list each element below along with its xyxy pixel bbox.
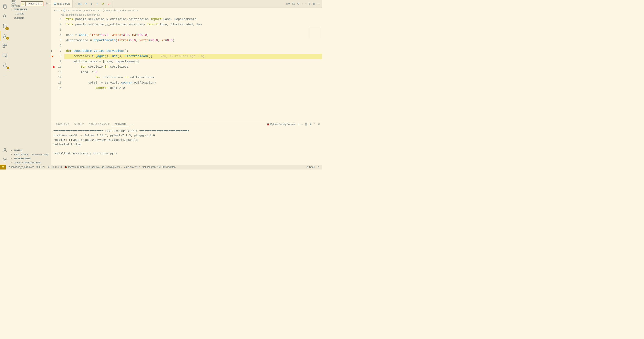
minimap[interactable]: [309, 27, 321, 39]
remote-indicator[interactable]: ⮂: [0, 165, 6, 169]
watch-section[interactable]: ›WATCH: [10, 148, 51, 152]
debug-config-indicator[interactable]: 🐞Python: Current File (panela): [63, 166, 101, 168]
maximize-panel-icon[interactable]: ⌃: [314, 123, 316, 126]
git-compare-icon[interactable]: [292, 2, 295, 5]
python-icon: ⬡: [54, 2, 56, 5]
chevron-down-icon[interactable]: ⌄: [40, 3, 43, 5]
running-tests-indicator[interactable]: ◐Running tests...: [101, 166, 123, 168]
branch-indicator[interactable]: ⎇servicios_y_edificios*: [6, 166, 35, 168]
stop-icon[interactable]: □: [106, 1, 111, 7]
call-stack-section[interactable]: ›CALL STACKPaused on step: [10, 152, 51, 156]
variables-section[interactable]: ⌄VARIABLES: [10, 7, 51, 11]
activity-bar: 12 1 ⋯: [0, 0, 10, 165]
current-line-icon: [52, 55, 54, 58]
search-icon[interactable]: [0, 11, 10, 21]
sync-icon: ⟳: [36, 166, 38, 168]
julia-env-indicator[interactable]: Julia env: v1.7: [123, 166, 141, 168]
svg-point-4: [3, 24, 4, 25]
problems-indicator[interactable]: ⓧ0 ⚠0: [51, 165, 63, 169]
start-debug-icon[interactable]: ▷: [21, 2, 26, 6]
split-terminal-icon[interactable]: ▥: [305, 123, 307, 126]
accounts-icon[interactable]: [0, 145, 10, 155]
close-panel-icon[interactable]: ✕: [318, 123, 320, 126]
svg-rect-10: [3, 46, 5, 47]
tab-problems[interactable]: PROBLEMS: [54, 122, 72, 127]
feedback-icon[interactable]: ☺: [316, 166, 321, 168]
run-cell-icon[interactable]: ▷▾: [286, 2, 290, 5]
svg-point-16: [292, 3, 293, 3]
locals-item[interactable]: ⌄Locals: [13, 11, 51, 16]
tab-more-icon[interactable]: ⋯: [129, 122, 136, 127]
go-back-icon[interactable]: ⟲: [297, 2, 299, 5]
python-icon: ⬡: [63, 9, 65, 12]
globals-item[interactable]: ›Globals: [13, 16, 51, 20]
run-config-selector[interactable]: ▷ Python: Current F ⌄: [21, 1, 44, 6]
step-out-icon[interactable]: ↑: [94, 1, 100, 7]
editor-actions: ▷▾ ⟲ ○ ○ ▷ ▥ ⋯: [286, 2, 322, 5]
svg-point-13: [4, 148, 6, 150]
next-change-icon[interactable]: ○: [305, 2, 307, 5]
svg-rect-9: [5, 44, 7, 45]
svg-rect-11: [3, 54, 7, 56]
step-marker-icon: ⟩: [52, 48, 52, 54]
bug-icon: 🐞: [266, 123, 270, 126]
file-tab[interactable]: ⬡ test_servic: [52, 0, 72, 7]
step-into-icon[interactable]: ↓: [88, 1, 94, 7]
terminal-output[interactable]: ============================= test sessi…: [52, 128, 322, 156]
panel-tabs: PROBLEMS OUTPUT DEBUG CONSOLE TERMINAL ⋯…: [52, 121, 322, 128]
prev-change-icon[interactable]: ○: [302, 2, 303, 5]
svg-point-5: [3, 27, 4, 28]
kill-terminal-icon[interactable]: 🗑: [309, 123, 312, 126]
ports-icon[interactable]: ⇵: [46, 166, 51, 168]
code-editor[interactable]: 1from panela.servicios_y_edificios.edifi…: [52, 17, 322, 121]
debug-settings-icon[interactable]: [45, 2, 48, 5]
julia-section[interactable]: ›JULIA: COMPILED CODE: [10, 161, 51, 165]
debug-toolbar: ⠿ ▷| ↷ ↓ ↑ ↺ □: [74, 0, 113, 7]
bottom-panel: PROBLEMS OUTPUT DEBUG CONSOLE TERMINAL ⋯…: [52, 121, 322, 165]
tab-output[interactable]: OUTPUT: [72, 122, 86, 127]
settings-gear-icon[interactable]: [0, 155, 10, 165]
remote-explorer-icon[interactable]: [0, 50, 10, 60]
explorer-icon[interactable]: [0, 2, 10, 11]
run-debug-icon[interactable]: 1: [0, 31, 10, 41]
new-terminal-icon[interactable]: +: [298, 123, 299, 126]
spinner-icon: ◐: [102, 166, 104, 168]
branch-icon: ⎇: [7, 166, 10, 168]
more-editor-icon[interactable]: ⋯: [317, 2, 320, 5]
breakpoint-icon: [52, 66, 55, 68]
step-over-icon[interactable]: ↷: [83, 1, 88, 7]
breakpoints-section[interactable]: ›BREAKPOINTS: [10, 156, 51, 161]
terminal-select[interactable]: 🐞Python Debug Console: [266, 123, 296, 126]
more-icon[interactable]: ⋯: [0, 70, 10, 80]
test-icon[interactable]: [0, 60, 10, 70]
debug-sidebar: RUN AND DEBUG ▷ Python: Current F ⌄ ⋯ ⌄V…: [10, 0, 52, 165]
tab-bar: ⬡ test_servic ⠿ ▷| ↷ ↓ ↑ ↺ □ ▷▾ ⟲ ○ ○ ▷ …: [52, 0, 322, 8]
split-editor-icon[interactable]: ▥: [313, 2, 315, 5]
error-icon: ⓧ: [52, 165, 54, 169]
debug-icon: 🐞: [64, 166, 67, 168]
continue-icon[interactable]: ▷|: [77, 1, 83, 7]
editor-area: ⬡ test_servic ⠿ ▷| ↷ ↓ ↑ ↺ □ ▷▾ ⟲ ○ ○ ▷ …: [52, 0, 322, 165]
tab-debug-console[interactable]: DEBUG CONSOLE: [86, 122, 112, 127]
codelens[interactable]: You, 18 minutes ago | 1 author (You): [52, 13, 322, 17]
symbol-icon: ⬡: [102, 9, 105, 12]
status-bar: ⮂ ⎇servicios_y_edificios* ⟳0↓ 2↑ ⇵ ⓧ0 ⚠0…: [0, 165, 322, 169]
svg-point-15: [46, 3, 47, 4]
svg-point-17: [294, 4, 295, 5]
drag-handle-icon[interactable]: ⠿: [76, 2, 77, 5]
terminal-dropdown-icon[interactable]: ⌄: [301, 123, 303, 126]
run-python-icon[interactable]: ▷: [309, 2, 311, 5]
svg-point-2: [3, 15, 6, 17]
source-control-icon[interactable]: 12: [0, 21, 10, 31]
spell-check-indicator[interactable]: ⊘Spell: [305, 166, 316, 168]
extensions-icon[interactable]: [0, 41, 10, 50]
sidebar-header: RUN AND DEBUG ▷ Python: Current F ⌄ ⋯: [10, 0, 51, 7]
restart-icon[interactable]: ↺: [100, 1, 106, 7]
tab-terminal[interactable]: TERMINAL: [112, 122, 129, 127]
svg-line-3: [6, 17, 6, 18]
sync-indicator[interactable]: ⟳0↓ 2↑: [35, 166, 46, 168]
svg-point-14: [4, 159, 6, 160]
block-icon: ⊘: [306, 166, 308, 168]
breadcrumb[interactable]: tests › ⬡ test_servicios_y_edificios.py …: [52, 8, 322, 13]
config-name: Python: Current F: [26, 2, 40, 5]
